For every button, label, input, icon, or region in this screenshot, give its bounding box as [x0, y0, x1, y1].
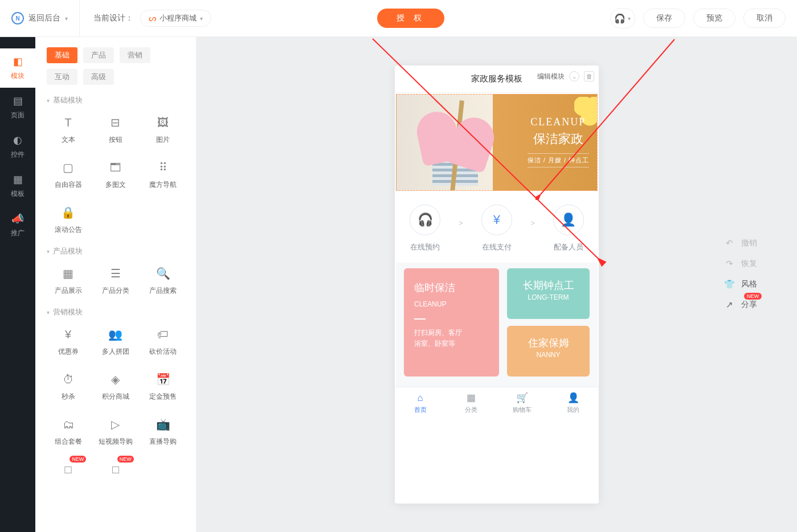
- module-定金预售[interactable]: 📅定金预售: [142, 369, 185, 404]
- module-图片[interactable]: 🖼图片: [142, 112, 185, 147]
- category-tab-互动[interactable]: 互动: [47, 69, 77, 85]
- tabbar-icon: ▦: [467, 392, 476, 404]
- edit-module-toolbar: 编辑模块 ⌄ 🗑: [537, 71, 594, 81]
- step-在线支付[interactable]: ¥在线支付: [481, 204, 512, 252]
- card-cleanup[interactable]: 临时保洁 CLEANUP 打扫厨房、客厅浴室、卧室等: [404, 268, 499, 377]
- topbar: N 返回后台 ▾ 当前设计： ᔕ 小程序商城 ▾ 授 权 🎧 ▾ 保存 预览 取…: [0, 0, 797, 37]
- module-直播导购[interactable]: 📺直播导购: [142, 414, 185, 449]
- card-column: 长期钟点工 LONG-TERM 住家保姆 NANNY: [507, 268, 590, 377]
- module-label: 多人拼团: [102, 347, 129, 357]
- tabbar-icon: 👤: [567, 392, 579, 404]
- group-header[interactable]: 产品模块: [47, 246, 185, 256]
- steps-block[interactable]: 🎧在线预约>¥在线支付>👤配备人员: [395, 192, 599, 263]
- rail-label: 页面: [11, 111, 24, 120]
- cancel-button[interactable]: 取消: [743, 9, 786, 28]
- tabbar-分类[interactable]: ▦分类: [446, 387, 497, 419]
- module-魔方导航[interactable]: ⠿魔方导航: [142, 157, 185, 192]
- module-label: 砍价活动: [149, 347, 177, 357]
- tool-撤销[interactable]: ↶撤销: [724, 238, 757, 248]
- step-label: 在线支付: [482, 242, 512, 252]
- module-label: 按钮: [109, 135, 122, 145]
- module-产品搜索[interactable]: 🔍产品搜索: [142, 263, 185, 298]
- module-label: 直播导购: [149, 437, 177, 447]
- category-tab-基础[interactable]: 基础: [47, 47, 77, 63]
- tabbar-首页[interactable]: ⌂首页: [395, 387, 446, 419]
- module-label: 短视频导购: [99, 437, 133, 447]
- module-自由容器[interactable]: ▢自由容器: [47, 157, 89, 192]
- step-在线预约[interactable]: 🎧在线预约: [410, 204, 440, 252]
- preview-button[interactable]: 预览: [693, 9, 735, 28]
- tool-icon: ↷: [724, 259, 734, 269]
- module-item[interactable]: □NEW: [47, 459, 89, 484]
- page-title: 家政服务模板: [471, 73, 522, 84]
- module-滚动公告[interactable]: 🔒滚动公告: [47, 202, 89, 237]
- rail-item-模块[interactable]: ◧模块: [0, 48, 35, 88]
- rail-item-控件[interactable]: ◐控件: [0, 127, 35, 166]
- module-产品展示[interactable]: ▦产品展示: [47, 263, 89, 298]
- module-积分商城[interactable]: ◈积分商城: [94, 369, 137, 404]
- module-label: 产品分类: [102, 286, 129, 296]
- tabbar-我的[interactable]: 👤我的: [548, 387, 599, 419]
- tabbar-label: 首页: [414, 406, 427, 414]
- module-label: 文本: [62, 135, 75, 145]
- card-nanny[interactable]: 住家保姆 NANNY: [507, 326, 590, 377]
- design-canvas: 家政服务模板 编辑模块 ⌄ 🗑 CLEANUP: [197, 37, 797, 532]
- step-icon: ¥: [481, 204, 512, 235]
- tool-风格[interactable]: 👕风格: [724, 279, 757, 289]
- step-icon: 👤: [553, 204, 584, 235]
- category-tab-营销[interactable]: 营销: [120, 47, 150, 63]
- module-文本[interactable]: T文本: [47, 112, 89, 147]
- step-配备人员[interactable]: 👤配备人员: [553, 204, 584, 252]
- step-label: 在线预约: [410, 242, 440, 252]
- rail-item-页面[interactable]: ▤页面: [0, 88, 35, 127]
- module-多图文[interactable]: 🗔多图文: [94, 157, 137, 192]
- module-产品分类[interactable]: ☰产品分类: [94, 263, 137, 298]
- group-header[interactable]: 营销模块: [47, 307, 185, 317]
- module-按钮[interactable]: ⊟按钮: [94, 112, 137, 147]
- module-icon: ▷: [108, 416, 124, 432]
- module-icon: 🏷: [155, 326, 171, 342]
- module-组合套餐[interactable]: 🗂组合套餐: [47, 414, 89, 449]
- authorize-button[interactable]: 授 权: [377, 9, 444, 28]
- new-badge: NEW: [744, 293, 762, 300]
- group-header[interactable]: 基础模块: [47, 95, 185, 105]
- module-item[interactable]: □NEW: [94, 459, 137, 484]
- service-cards[interactable]: 临时保洁 CLEANUP 打扫厨房、客厅浴室、卧室等 长期钟点工 LONG-TE…: [396, 263, 598, 387]
- rail-item-模板[interactable]: ▦模板: [0, 166, 35, 206]
- expand-icon[interactable]: ⌄: [569, 71, 579, 81]
- module-多人拼团[interactable]: 👥多人拼团: [94, 324, 137, 359]
- tabbar-购物车[interactable]: 🛒购物车: [497, 387, 548, 419]
- module-icon: 👥: [108, 326, 124, 342]
- support-button[interactable]: 🎧 ▾: [610, 8, 635, 28]
- rail-item-推广[interactable]: 📣推广: [0, 206, 35, 245]
- banner-title-en: CLEANUP: [528, 116, 589, 128]
- design-selector[interactable]: ᔕ 小程序商城 ▾: [140, 10, 211, 27]
- module-优惠券[interactable]: ¥优惠券: [47, 324, 89, 359]
- phone-preview: 家政服务模板 编辑模块 ⌄ 🗑 CLEANUP: [395, 66, 599, 504]
- category-tab-产品[interactable]: 产品: [83, 47, 114, 63]
- tool-icon: 👕: [724, 279, 734, 289]
- tool-恢复[interactable]: ↷恢复: [724, 259, 757, 269]
- module-label: 多图文: [105, 180, 126, 190]
- chevron-down-icon: ▾: [628, 15, 631, 22]
- tool-label: 分享: [741, 300, 757, 310]
- tool-分享[interactable]: ↗分享NEW: [724, 300, 757, 310]
- back-to-admin[interactable]: N 返回后台 ▾: [11, 0, 80, 36]
- module-label: 定金预售: [149, 392, 177, 402]
- banner-illustration: [401, 100, 498, 186]
- headset-icon: 🎧: [614, 13, 626, 24]
- tabbar-icon: ⌂: [418, 392, 423, 404]
- module-短视频导购[interactable]: ▷短视频导购: [94, 414, 137, 449]
- module-panel: 基础产品营销互动高级 基础模块T文本⊟按钮🖼图片▢自由容器🗔多图文⠿魔方导航🔒滚…: [35, 37, 197, 532]
- module-秒杀[interactable]: ⏱秒杀: [47, 369, 89, 404]
- edit-module-label[interactable]: 编辑模块: [537, 72, 565, 81]
- category-tab-高级[interactable]: 高级: [83, 69, 114, 85]
- banner-block[interactable]: CLEANUP 保洁家政 保洁 / 月嫂 / 钟点工: [396, 94, 598, 191]
- card-longterm[interactable]: 长期钟点工 LONG-TERM: [507, 268, 590, 319]
- module-icon: 🖼: [155, 114, 171, 130]
- design-value: 小程序商城: [160, 13, 197, 23]
- delete-icon[interactable]: 🗑: [584, 71, 594, 81]
- module-砍价活动[interactable]: 🏷砍价活动: [142, 324, 185, 359]
- module-grid: ▦产品展示☰产品分类🔍产品搜索: [47, 263, 185, 298]
- save-button[interactable]: 保存: [643, 9, 685, 28]
